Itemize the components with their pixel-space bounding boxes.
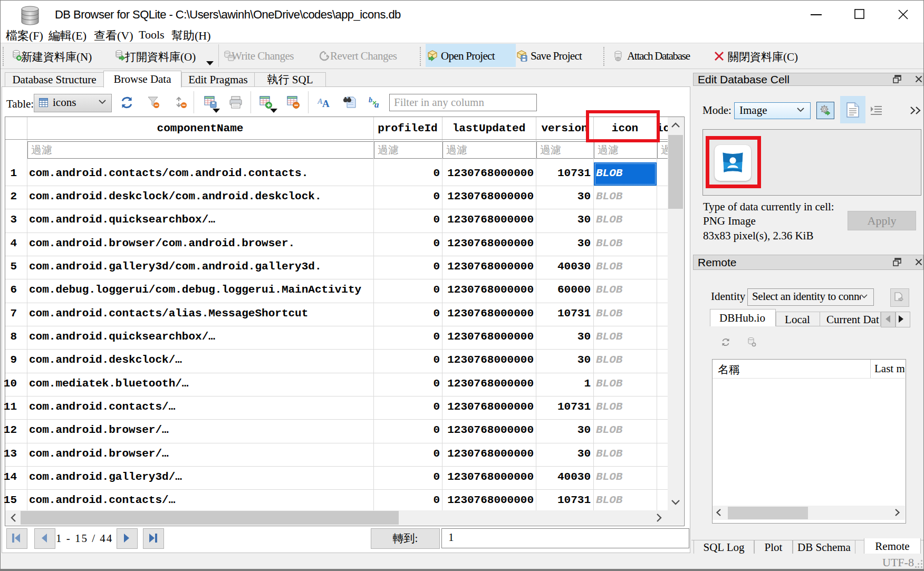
svg-text:b: b xyxy=(369,96,372,104)
svg-text:a: a xyxy=(374,100,379,109)
svg-text:A: A xyxy=(322,98,330,109)
